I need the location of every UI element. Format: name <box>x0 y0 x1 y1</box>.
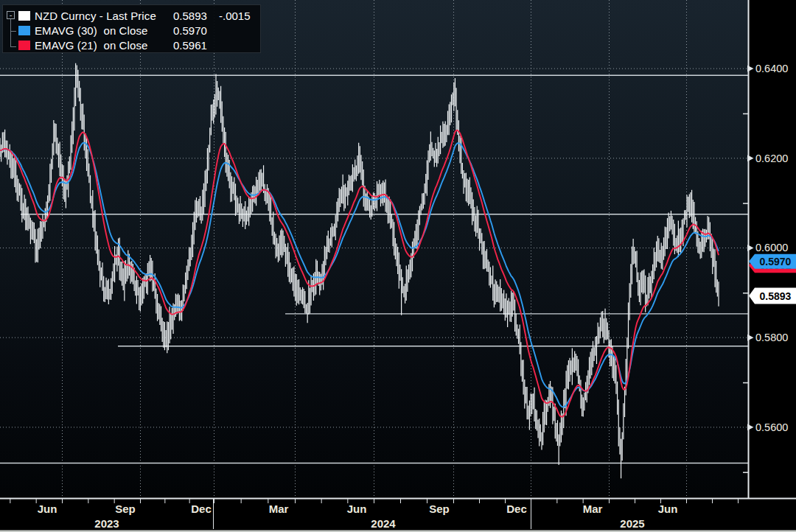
x-axis-year-label: 2023 <box>94 517 119 530</box>
last-price-swatch-icon <box>18 11 30 21</box>
x-axis-month-label: Mar <box>269 503 289 515</box>
legend-collapse-icon[interactable]: - <box>7 11 15 19</box>
x-axis-month-label: Dec <box>506 503 527 515</box>
x-axis-year-label: 2025 <box>620 517 644 530</box>
legend-value: 0.5970 <box>173 24 212 37</box>
x-axis-month-label: Jun <box>347 503 367 515</box>
price-badge-label: 0.5893 <box>760 290 792 302</box>
legend-item-last-price[interactable]: NZD Curncy - Last Price 0.5893 -.0015 <box>18 10 251 21</box>
price-chart[interactable]: 0.64000.62000.60000.58000.56000.59610.59… <box>0 0 796 532</box>
legend-value: 0.5961 <box>173 39 212 52</box>
x-axis-month-label: Jun <box>38 503 57 515</box>
legend-label: EMAVG (30) on Close <box>35 24 173 37</box>
y-axis-tick-label: 0.5800 <box>755 332 788 343</box>
x-axis-month-label: Dec <box>191 503 212 515</box>
x-axis-month-label: Sep <box>115 503 136 515</box>
x-axis-month-label: Mar <box>583 503 603 515</box>
legend-label: EMAVG (21) on Close <box>35 39 173 52</box>
x-axis-month-label: Sep <box>429 503 450 515</box>
y-axis-tick-label: 0.6200 <box>755 153 788 164</box>
legend-change: -.0015 <box>219 10 251 22</box>
legend-panel: - NZD Curncy - Last Price 0.5893 -.0015 … <box>2 4 261 53</box>
legend-tree-stub <box>10 31 16 32</box>
axis-tick-arrow-icon <box>747 155 754 161</box>
emavg21-swatch-icon <box>18 41 30 50</box>
plot-background <box>0 0 748 498</box>
emavg30-swatch-icon <box>18 26 30 35</box>
legend-label: NZD Curncy - Last Price <box>35 10 173 22</box>
legend-tree-stub <box>10 46 16 47</box>
axis-tick-arrow-icon <box>747 335 754 341</box>
legend-value: 0.5893 <box>173 10 212 22</box>
x-axis-year-label: 2024 <box>371 517 396 530</box>
axis-tick-arrow-icon <box>747 66 754 72</box>
y-axis-tick-label: 0.5600 <box>755 421 788 433</box>
price-badge-label: 0.5970 <box>760 256 792 267</box>
y-axis-tick-label: 0.6400 <box>755 63 788 74</box>
legend-tree-line <box>10 19 11 46</box>
y-axis-tick-label: 0.6000 <box>755 242 788 253</box>
bloomberg-chart-window: 0.64000.62000.60000.58000.56000.59610.59… <box>0 0 796 532</box>
axis-tick-arrow-icon <box>747 424 754 430</box>
price-badges: 0.59610.59700.5893 <box>749 254 796 304</box>
legend-item-emavg21[interactable]: EMAVG (21) on Close 0.5961 <box>18 39 212 51</box>
axis-tick-arrow-icon <box>747 245 754 251</box>
x-axis-month-label: Jun <box>658 503 678 515</box>
x-axis-labels: JunSepDecMarJunSepDecMarJun202320242025 <box>10 499 739 530</box>
legend-item-emavg30[interactable]: EMAVG (30) on Close 0.5970 <box>18 24 212 36</box>
